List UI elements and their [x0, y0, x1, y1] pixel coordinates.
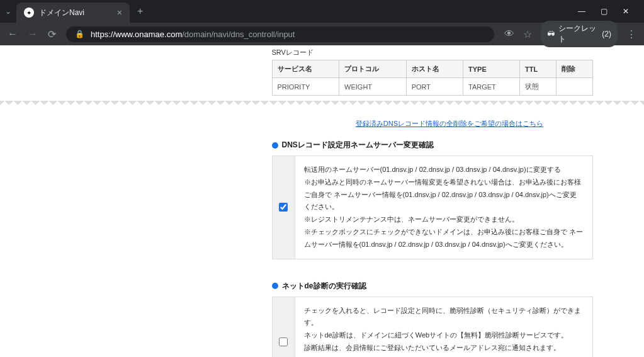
back-icon[interactable]: ← — [8, 28, 18, 40]
section-net-diagnosis: ネットde診断の実行確認 — [272, 281, 593, 292]
table-row: PRIORITY WEIGHT PORT TARGET 状態 — [272, 78, 592, 96]
section-divider — [0, 101, 644, 110]
incognito-icon: 🕶 — [547, 30, 555, 38]
diagnosis-checkbox[interactable] — [279, 337, 288, 346]
col-service: サービス名 — [272, 60, 339, 78]
address-bar[interactable]: 🔒 https://www.onamae.com/domain/navi/dns… — [66, 26, 494, 42]
window-controls: — ▢ ✕ — [578, 7, 639, 16]
nav-right: 👁 ☆ 🕶 シークレット (2) ⋮ — [504, 21, 636, 47]
col-type: TYPE — [463, 60, 519, 78]
delete-all-records-link[interactable]: 登録済みDNSレコード情報の全削除をご希望の場合はこちら — [356, 120, 543, 127]
new-tab-button[interactable]: + — [137, 6, 143, 17]
srv-record-label: SRVレコード — [272, 48, 593, 57]
table-row: サービス名 プロトコル ホスト名 TYPE TTL 削除 — [272, 60, 592, 78]
diagnosis-option-box: チェックを入れると、レコード設定と同時に、脆弱性診断（セキュリティ診断）ができま… — [272, 297, 593, 357]
col-priority: PRIORITY — [272, 78, 339, 96]
nav-bar: ← → ⟳ 🔒 https://www.onamae.com/domain/na… — [0, 23, 644, 45]
col-host: ホスト名 — [406, 60, 463, 78]
maximize-button[interactable]: ▢ — [601, 7, 607, 16]
tab-title: ドメインNavi — [39, 8, 112, 18]
section-title: DNSレコード設定用ネームサーバー変更確認 — [282, 140, 434, 150]
page-content: SRVレコード サービス名 プロトコル ホスト名 TYPE TTL 削除 PRI… — [0, 45, 644, 357]
section-nameserver-confirm: DNSレコード設定用ネームサーバー変更確認 — [272, 140, 593, 150]
col-target: TARGET — [463, 78, 519, 96]
browser-chrome: ⌄ ✦ ドメインNavi × + — ▢ ✕ ← → ⟳ 🔒 https://w… — [0, 0, 644, 45]
col-ttl: TTL — [519, 60, 556, 78]
nameserver-option-box: 転送用のネームサーバー(01.dnsv.jp / 02.dnsv.jp / 03… — [272, 156, 593, 259]
bullet-icon — [272, 283, 278, 289]
eye-off-icon[interactable]: 👁 — [504, 28, 514, 40]
section-title: ネットde診断の実行確認 — [282, 281, 366, 292]
col-delete: 削除 — [556, 60, 592, 78]
nameserver-option-text: 転送用のネームサーバー(01.dnsv.jp / 02.dnsv.jp / 03… — [295, 156, 592, 259]
col-empty — [556, 78, 592, 96]
menu-icon[interactable]: ⋮ — [626, 28, 636, 40]
col-weight: WEIGHT — [339, 78, 407, 96]
chevron-down-icon[interactable]: ⌄ — [5, 7, 11, 16]
nameserver-change-checkbox[interactable] — [279, 203, 288, 212]
site-info-icon[interactable]: 🔒 — [75, 30, 84, 38]
col-port: PORT — [406, 78, 463, 96]
browser-tab[interactable]: ✦ ドメインNavi × — [16, 3, 130, 23]
incognito-badge[interactable]: 🕶 シークレット (2) — [541, 21, 618, 47]
reload-icon[interactable]: ⟳ — [48, 28, 56, 40]
tab-bar: ⌄ ✦ ドメインNavi × + — ▢ ✕ — [0, 0, 644, 23]
bullet-icon — [272, 142, 278, 149]
minimize-button[interactable]: — — [578, 7, 585, 16]
srv-record-table: サービス名 プロトコル ホスト名 TYPE TTL 削除 PRIORITY WE… — [272, 60, 593, 96]
diagnosis-option-text: チェックを入れると、レコード設定と同時に、脆弱性診断（セキュリティ診断）ができま… — [295, 297, 592, 357]
close-icon[interactable]: × — [117, 8, 122, 18]
col-protocol: プロトコル — [339, 60, 407, 78]
star-icon[interactable]: ☆ — [523, 28, 532, 40]
forward-icon[interactable]: → — [28, 28, 38, 40]
tab-favicon: ✦ — [24, 8, 34, 18]
url-text: https://www.onamae.com/domain/navi/dns_c… — [91, 30, 295, 39]
close-window-button[interactable]: ✕ — [623, 7, 629, 16]
col-state: 状態 — [519, 78, 556, 96]
